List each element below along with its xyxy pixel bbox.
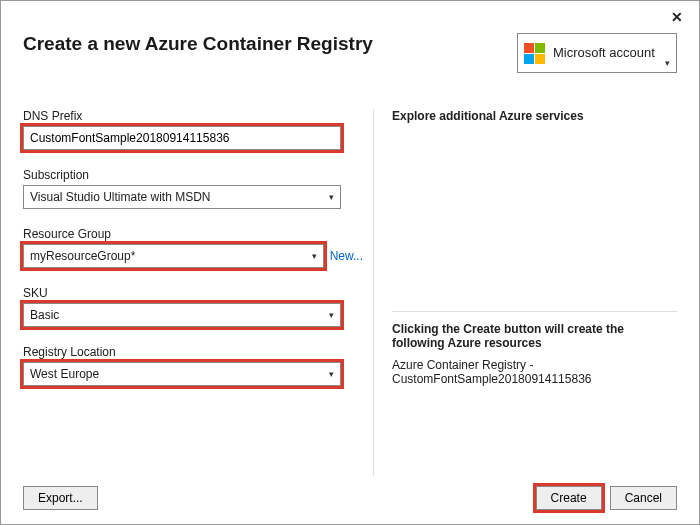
- page-title: Create a new Azure Container Registry: [23, 33, 373, 55]
- subscription-label: Subscription: [23, 168, 363, 182]
- subscription-value: Visual Studio Ultimate with MSDN: [30, 190, 211, 204]
- sku-value: Basic: [30, 308, 59, 322]
- account-text-block: Microsoft account: [553, 46, 655, 60]
- dns-prefix-input[interactable]: [23, 126, 341, 150]
- spacer: [392, 386, 677, 476]
- create-button[interactable]: Create: [536, 486, 602, 510]
- subscription-dropdown[interactable]: Visual Studio Ultimate with MSDN ▾: [23, 185, 341, 209]
- location-label: Registry Location: [23, 345, 363, 359]
- chevron-down-icon: ▾: [312, 251, 317, 261]
- resource-group-label: Resource Group: [23, 227, 363, 241]
- footer: Export... Create Cancel: [23, 486, 677, 510]
- dns-prefix-label: DNS Prefix: [23, 109, 363, 123]
- chevron-down-icon: ▾: [665, 58, 670, 68]
- close-icon[interactable]: ✕: [665, 7, 689, 27]
- cancel-button[interactable]: Cancel: [610, 486, 677, 510]
- dialog: ✕ Create a new Azure Container Registry …: [0, 0, 700, 525]
- create-summary-title: Clicking the Create button will create t…: [392, 322, 673, 350]
- account-dropdown[interactable]: Microsoft account ▾: [517, 33, 677, 73]
- new-resource-group-link[interactable]: New...: [330, 249, 363, 263]
- sku-label: SKU: [23, 286, 363, 300]
- resource-group-dropdown[interactable]: myResourceGroup* ▾: [23, 244, 324, 268]
- info-column: Explore additional Azure services Clicki…: [373, 109, 677, 476]
- account-label: Microsoft account: [553, 46, 655, 60]
- field-resource-group: Resource Group myResourceGroup* ▾ New...: [23, 227, 363, 268]
- field-subscription: Subscription Visual Studio Ultimate with…: [23, 168, 363, 209]
- form-column: DNS Prefix Subscription Visual Studio Ul…: [23, 109, 363, 476]
- export-button[interactable]: Export...: [23, 486, 98, 510]
- location-value: West Europe: [30, 367, 99, 381]
- chevron-down-icon: ▾: [329, 192, 334, 202]
- chevron-down-icon: ▾: [329, 310, 334, 320]
- footer-right: Create Cancel: [536, 486, 677, 510]
- create-summary: Clicking the Create button will create t…: [392, 311, 677, 386]
- resource-group-value: myResourceGroup*: [30, 249, 135, 263]
- chevron-down-icon: ▾: [329, 369, 334, 379]
- header: Create a new Azure Container Registry Mi…: [23, 33, 677, 73]
- create-summary-body: Azure Container Registry - CustomFontSam…: [392, 358, 673, 386]
- spacer: [392, 133, 677, 301]
- dialog-body: DNS Prefix Subscription Visual Studio Ul…: [23, 109, 677, 476]
- field-location: Registry Location West Europe ▾: [23, 345, 363, 386]
- explore-services-title: Explore additional Azure services: [392, 109, 677, 123]
- location-dropdown[interactable]: West Europe ▾: [23, 362, 341, 386]
- field-sku: SKU Basic ▾: [23, 286, 363, 327]
- field-dns-prefix: DNS Prefix: [23, 109, 363, 150]
- sku-dropdown[interactable]: Basic ▾: [23, 303, 341, 327]
- microsoft-logo-icon: [524, 43, 545, 64]
